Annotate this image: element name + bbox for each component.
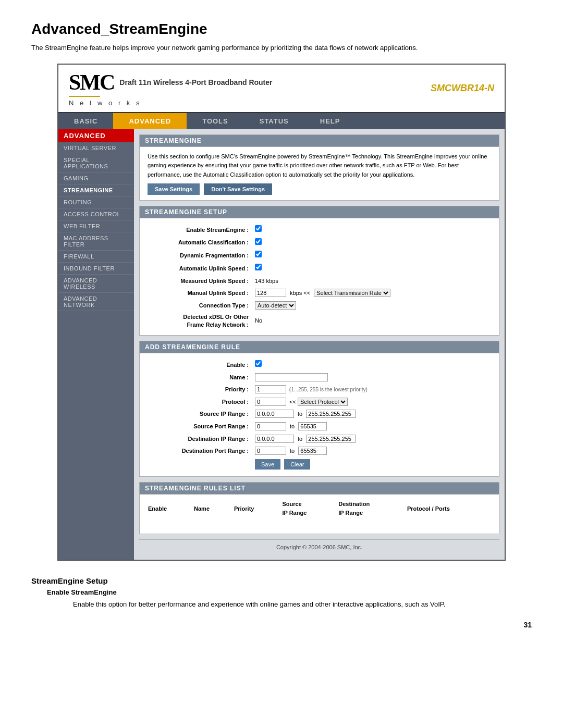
dest-port-to-input[interactable] bbox=[298, 447, 327, 455]
page-number: 31 bbox=[31, 621, 532, 629]
source-ip-label: Source IP Range : bbox=[148, 408, 252, 421]
dest-port-from-input[interactable] bbox=[255, 447, 286, 455]
rules-list-section: STREAMENGINE RULES LIST Enable Name Prio… bbox=[139, 482, 499, 534]
dest-ip-from-input[interactable] bbox=[255, 435, 294, 443]
detected-xdsl-value: No bbox=[255, 317, 262, 324]
col-enable: Enable bbox=[145, 498, 191, 520]
page-title: Advanced_StreamEngine bbox=[31, 21, 532, 38]
dynamic-fragmentation-checkbox[interactable] bbox=[255, 251, 262, 257]
rule-clear-button[interactable]: Clear bbox=[284, 459, 310, 470]
bottom-section-title: StreamEngine Setup bbox=[31, 576, 532, 585]
bottom-section: StreamEngine Setup Enable StreamEngine E… bbox=[31, 576, 532, 610]
model-number: SMCWBR14-N bbox=[431, 83, 494, 93]
source-ip-to-input[interactable] bbox=[306, 410, 356, 418]
detected-xdsl-label: Detected xDSL Or OtherFrame Relay Networ… bbox=[148, 312, 252, 330]
enable-streamengine-checkbox[interactable] bbox=[255, 225, 262, 232]
sidebar: ADVANCED VIRTUAL SERVER SPECIAL APPLICAT… bbox=[58, 129, 134, 560]
rules-list-header: STREAMENGINE RULES LIST bbox=[140, 483, 499, 495]
nav-tabs: BASIC ADVANCED TOOLS STATUS HELP bbox=[58, 113, 505, 129]
col-dest-ip: DestinationIP Range bbox=[335, 498, 404, 520]
auto-classification-checkbox[interactable] bbox=[255, 238, 262, 245]
auto-class-label: Automatic Classification : bbox=[148, 237, 252, 250]
manual-uplink-input[interactable] bbox=[255, 289, 286, 297]
setup-section: STREAMENGINE SETUP Enable StreamEngine :… bbox=[139, 206, 499, 336]
copyright-text: Copyright © 2004-2006 SMC, Inc. bbox=[276, 544, 362, 550]
tab-status[interactable]: STATUS bbox=[244, 113, 304, 129]
rule-enable-label: Enable : bbox=[148, 359, 252, 372]
save-settings-button[interactable]: Save Settings bbox=[148, 183, 200, 195]
source-port-label: Source Port Range : bbox=[148, 421, 252, 433]
col-priority: Priority bbox=[231, 498, 279, 520]
setup-header: STREAMENGINE SETUP bbox=[140, 206, 499, 218]
rule-priority-input[interactable] bbox=[255, 385, 286, 393]
sidebar-item-inbound-filter[interactable]: INBOUND FILTER bbox=[58, 263, 134, 275]
networks-label: N e t w o r k s bbox=[69, 99, 273, 107]
page-description: The StreamEngine feature helps improve y… bbox=[31, 43, 532, 53]
router-tagline: Draft 11n Wireless 4-Port Broadband Rout… bbox=[119, 78, 272, 87]
sidebar-item-virtual-server[interactable]: VIRTUAL SERVER bbox=[58, 142, 134, 154]
dest-ip-to-input[interactable] bbox=[306, 435, 356, 443]
sidebar-item-firewall[interactable]: FIREWALL bbox=[58, 251, 134, 263]
sidebar-item-gaming[interactable]: GAMING bbox=[58, 172, 134, 184]
add-rule-section: ADD STREAMENGINE RULE Enable : Name : bbox=[139, 341, 499, 477]
source-ip-from-input[interactable] bbox=[255, 410, 294, 418]
source-port-from-input[interactable] bbox=[255, 422, 286, 430]
rule-protocol-label: Protocol : bbox=[148, 396, 252, 409]
tab-tools[interactable]: TOOLS bbox=[187, 113, 244, 129]
col-protocol-ports: Protocol / Ports bbox=[404, 498, 494, 520]
source-port-to-label: to bbox=[290, 423, 295, 429]
transmission-rate-select[interactable]: Select Transmission Rate bbox=[314, 289, 390, 297]
connection-type-select[interactable]: Auto-detect bbox=[255, 301, 296, 310]
rule-name-label: Name : bbox=[148, 372, 252, 384]
sidebar-item-special-applications[interactable]: SPECIAL APPLICATIONS bbox=[58, 154, 134, 172]
sidebar-item-mac-address-filter[interactable]: MAC ADDRESS FILTER bbox=[58, 232, 134, 251]
source-ip-to-label: to bbox=[298, 411, 302, 417]
streamengine-header: STREAMENGINE bbox=[140, 135, 499, 147]
protocol-select[interactable]: Select Protocol bbox=[298, 398, 348, 406]
add-rule-header: ADD STREAMENGINE RULE bbox=[140, 341, 499, 353]
rule-enable-checkbox[interactable] bbox=[255, 360, 262, 367]
dynamic-frag-label: Dynamic Fragmentation : bbox=[148, 249, 252, 262]
sidebar-item-streamengine[interactable]: STREAMENGINE bbox=[58, 184, 134, 196]
rule-name-input[interactable] bbox=[255, 373, 328, 381]
rule-protocol-input[interactable] bbox=[255, 398, 286, 406]
priority-hint: (1...255, 255 is the lowest priority) bbox=[288, 387, 368, 392]
sidebar-item-routing[interactable]: ROUTING bbox=[58, 196, 134, 208]
bottom-subsection-title: Enable StreamEngine bbox=[47, 588, 532, 596]
sidebar-item-advanced-wireless[interactable]: ADVANCED WIRELESS bbox=[58, 275, 134, 293]
measured-uplink-value: 143 kbps bbox=[255, 278, 278, 284]
tab-basic[interactable]: BASIC bbox=[58, 113, 113, 129]
router-header: SMC Draft 11n Wireless 4-Port Broadband … bbox=[58, 65, 505, 113]
enable-streamengine-label: Enable StreamEngine : bbox=[148, 224, 252, 237]
sidebar-header: ADVANCED bbox=[58, 129, 134, 142]
dest-port-to-label: to bbox=[290, 448, 295, 454]
sidebar-item-advanced-network[interactable]: ADVANCED NETWORK bbox=[58, 293, 134, 311]
bottom-description: Enable this option for better performanc… bbox=[73, 599, 532, 610]
sidebar-item-web-filter[interactable]: WEB FILTER bbox=[58, 220, 134, 232]
manual-uplink-label: Manual Uplink Speed : bbox=[148, 287, 252, 300]
sidebar-item-access-control[interactable]: ACCESS CONTROL bbox=[58, 208, 134, 220]
tab-help[interactable]: HELP bbox=[304, 113, 356, 129]
dont-save-settings-button[interactable]: Don't Save Settings bbox=[204, 183, 272, 195]
tab-advanced[interactable]: ADVANCED bbox=[113, 113, 187, 129]
logo-underline bbox=[69, 96, 100, 97]
content-area: ADVANCED VIRTUAL SERVER SPECIAL APPLICAT… bbox=[58, 129, 505, 560]
protocol-arrow: << bbox=[288, 399, 296, 405]
smc-logo: SMC Draft 11n Wireless 4-Port Broadband … bbox=[69, 70, 273, 107]
rule-priority-label: Priority : bbox=[148, 384, 252, 396]
source-port-to-input[interactable] bbox=[298, 422, 327, 430]
auto-uplink-checkbox[interactable] bbox=[255, 264, 262, 270]
rule-save-button[interactable]: Save bbox=[255, 459, 280, 470]
col-source-ip: SourceIP Range bbox=[279, 498, 335, 520]
main-content: STREAMENGINE Use this section to configu… bbox=[134, 129, 505, 560]
kbps-label: kbps << bbox=[290, 290, 310, 296]
streamengine-section: STREAMENGINE Use this section to configu… bbox=[139, 134, 499, 201]
dest-ip-label: Destination IP Range : bbox=[148, 433, 252, 446]
router-ui: SMC Draft 11n Wireless 4-Port Broadband … bbox=[57, 64, 506, 561]
streamengine-description: Use this section to configure SMC's Stre… bbox=[148, 152, 491, 180]
brand-name: SMC bbox=[69, 70, 114, 95]
auto-uplink-label: Automatic Uplink Speed : bbox=[148, 262, 252, 275]
col-name: Name bbox=[191, 498, 231, 520]
router-footer: Copyright © 2004-2006 SMC, Inc. bbox=[139, 539, 499, 554]
dest-ip-to-label: to bbox=[298, 436, 302, 442]
